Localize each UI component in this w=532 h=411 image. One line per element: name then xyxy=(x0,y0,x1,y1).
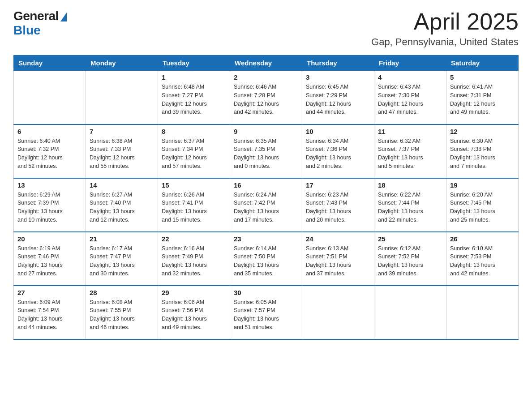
week-row: 1Sunrise: 6:48 AM Sunset: 7:27 PM Daylig… xyxy=(14,71,519,124)
header-cell-monday: Monday xyxy=(86,56,158,71)
header: General Blue April 2025 Gap, Pennsylvani… xyxy=(13,9,519,48)
week-row: 13Sunrise: 6:29 AM Sunset: 7:39 PM Dayli… xyxy=(14,178,519,232)
day-number: 14 xyxy=(90,181,154,189)
day-cell: 30Sunrise: 6:05 AM Sunset: 7:57 PM Dayli… xyxy=(230,286,302,339)
header-cell-tuesday: Tuesday xyxy=(158,56,230,71)
day-number: 6 xyxy=(17,128,82,135)
day-number: 3 xyxy=(306,73,370,81)
day-number: 24 xyxy=(306,235,370,243)
day-info: Sunrise: 6:48 AM Sunset: 7:27 PM Dayligh… xyxy=(162,83,226,116)
day-number: 10 xyxy=(306,128,370,135)
day-cell: 7Sunrise: 6:38 AM Sunset: 7:33 PM Daylig… xyxy=(86,124,158,178)
calendar-title: April 2025 xyxy=(371,9,519,34)
day-info: Sunrise: 6:23 AM Sunset: 7:43 PM Dayligh… xyxy=(306,191,370,224)
calendar-table: SundayMondayTuesdayWednesdayThursdayFrid… xyxy=(13,55,519,340)
day-info: Sunrise: 6:26 AM Sunset: 7:41 PM Dayligh… xyxy=(162,191,226,224)
calendar-subtitle: Gap, Pennsylvania, United States xyxy=(371,36,519,48)
header-cell-thursday: Thursday xyxy=(302,56,374,71)
day-info: Sunrise: 6:32 AM Sunset: 7:37 PM Dayligh… xyxy=(378,137,442,171)
day-cell: 17Sunrise: 6:23 AM Sunset: 7:43 PM Dayli… xyxy=(302,178,374,232)
day-cell: 28Sunrise: 6:08 AM Sunset: 7:55 PM Dayli… xyxy=(86,286,158,339)
logo: General Blue xyxy=(13,9,67,38)
day-number: 2 xyxy=(234,73,298,81)
day-cell: 13Sunrise: 6:29 AM Sunset: 7:39 PM Dayli… xyxy=(14,178,86,232)
day-info: Sunrise: 6:06 AM Sunset: 7:56 PM Dayligh… xyxy=(162,298,226,332)
day-info: Sunrise: 6:22 AM Sunset: 7:44 PM Dayligh… xyxy=(378,191,442,224)
day-cell: 19Sunrise: 6:20 AM Sunset: 7:45 PM Dayli… xyxy=(446,178,519,232)
day-info: Sunrise: 6:45 AM Sunset: 7:29 PM Dayligh… xyxy=(306,83,370,116)
day-cell: 22Sunrise: 6:16 AM Sunset: 7:49 PM Dayli… xyxy=(158,232,230,286)
day-info: Sunrise: 6:27 AM Sunset: 7:40 PM Dayligh… xyxy=(90,191,154,224)
day-number: 26 xyxy=(450,235,515,243)
day-number: 8 xyxy=(162,128,226,135)
day-cell: 2Sunrise: 6:46 AM Sunset: 7:28 PM Daylig… xyxy=(230,71,302,124)
day-info: Sunrise: 6:16 AM Sunset: 7:49 PM Dayligh… xyxy=(162,244,226,278)
day-cell xyxy=(302,286,374,339)
day-cell: 21Sunrise: 6:17 AM Sunset: 7:47 PM Dayli… xyxy=(86,232,158,286)
title-area: April 2025 Gap, Pennsylvania, United Sta… xyxy=(371,9,519,48)
week-row: 20Sunrise: 6:19 AM Sunset: 7:46 PM Dayli… xyxy=(14,232,519,286)
day-cell: 1Sunrise: 6:48 AM Sunset: 7:27 PM Daylig… xyxy=(158,71,230,124)
day-cell: 24Sunrise: 6:13 AM Sunset: 7:51 PM Dayli… xyxy=(302,232,374,286)
day-number: 4 xyxy=(378,73,442,81)
day-cell: 25Sunrise: 6:12 AM Sunset: 7:52 PM Dayli… xyxy=(374,232,446,286)
day-info: Sunrise: 6:24 AM Sunset: 7:42 PM Dayligh… xyxy=(234,191,298,224)
day-info: Sunrise: 6:10 AM Sunset: 7:53 PM Dayligh… xyxy=(450,244,515,278)
calendar-header: SundayMondayTuesdayWednesdayThursdayFrid… xyxy=(14,56,519,71)
day-info: Sunrise: 6:46 AM Sunset: 7:28 PM Dayligh… xyxy=(234,83,298,116)
day-info: Sunrise: 6:29 AM Sunset: 7:39 PM Dayligh… xyxy=(17,191,82,224)
header-cell-saturday: Saturday xyxy=(446,56,519,71)
day-info: Sunrise: 6:14 AM Sunset: 7:50 PM Dayligh… xyxy=(234,244,298,278)
day-info: Sunrise: 6:05 AM Sunset: 7:57 PM Dayligh… xyxy=(234,298,298,332)
day-cell: 16Sunrise: 6:24 AM Sunset: 7:42 PM Dayli… xyxy=(230,178,302,232)
day-number: 21 xyxy=(90,235,154,243)
day-cell: 20Sunrise: 6:19 AM Sunset: 7:46 PM Dayli… xyxy=(14,232,86,286)
day-number: 11 xyxy=(378,128,442,135)
day-cell: 9Sunrise: 6:35 AM Sunset: 7:35 PM Daylig… xyxy=(230,124,302,178)
day-info: Sunrise: 6:20 AM Sunset: 7:45 PM Dayligh… xyxy=(450,191,515,224)
logo-general-text: General xyxy=(13,9,59,23)
day-number: 27 xyxy=(17,289,82,296)
day-number: 30 xyxy=(234,289,298,296)
day-info: Sunrise: 6:35 AM Sunset: 7:35 PM Dayligh… xyxy=(234,137,298,171)
day-number: 29 xyxy=(162,289,226,296)
day-info: Sunrise: 6:38 AM Sunset: 7:33 PM Dayligh… xyxy=(90,137,154,171)
day-number: 19 xyxy=(450,181,515,189)
day-cell: 15Sunrise: 6:26 AM Sunset: 7:41 PM Dayli… xyxy=(158,178,230,232)
day-number: 7 xyxy=(90,128,154,135)
day-cell: 11Sunrise: 6:32 AM Sunset: 7:37 PM Dayli… xyxy=(374,124,446,178)
day-info: Sunrise: 6:37 AM Sunset: 7:34 PM Dayligh… xyxy=(162,137,226,171)
day-cell: 29Sunrise: 6:06 AM Sunset: 7:56 PM Dayli… xyxy=(158,286,230,339)
day-number: 1 xyxy=(162,73,226,81)
day-number: 5 xyxy=(450,73,515,81)
day-info: Sunrise: 6:19 AM Sunset: 7:46 PM Dayligh… xyxy=(17,244,82,278)
day-number: 13 xyxy=(17,181,82,189)
day-number: 9 xyxy=(234,128,298,135)
day-number: 28 xyxy=(90,289,154,296)
week-row: 27Sunrise: 6:09 AM Sunset: 7:54 PM Dayli… xyxy=(14,286,519,339)
header-cell-sunday: Sunday xyxy=(14,56,86,71)
day-cell: 14Sunrise: 6:27 AM Sunset: 7:40 PM Dayli… xyxy=(86,178,158,232)
day-info: Sunrise: 6:40 AM Sunset: 7:32 PM Dayligh… xyxy=(17,137,82,171)
day-number: 23 xyxy=(234,235,298,243)
day-cell xyxy=(374,286,446,339)
day-cell xyxy=(446,286,519,339)
day-number: 12 xyxy=(450,128,515,135)
day-info: Sunrise: 6:12 AM Sunset: 7:52 PM Dayligh… xyxy=(378,244,442,278)
day-info: Sunrise: 6:41 AM Sunset: 7:31 PM Dayligh… xyxy=(450,83,515,116)
day-cell: 26Sunrise: 6:10 AM Sunset: 7:53 PM Dayli… xyxy=(446,232,519,286)
day-number: 18 xyxy=(378,181,442,189)
calendar-body: 1Sunrise: 6:48 AM Sunset: 7:27 PM Daylig… xyxy=(14,71,519,339)
day-number: 15 xyxy=(162,181,226,189)
day-info: Sunrise: 6:34 AM Sunset: 7:36 PM Dayligh… xyxy=(306,137,370,171)
header-row: SundayMondayTuesdayWednesdayThursdayFrid… xyxy=(14,56,519,71)
day-cell: 18Sunrise: 6:22 AM Sunset: 7:44 PM Dayli… xyxy=(374,178,446,232)
day-info: Sunrise: 6:13 AM Sunset: 7:51 PM Dayligh… xyxy=(306,244,370,278)
header-cell-wednesday: Wednesday xyxy=(230,56,302,71)
day-number: 16 xyxy=(234,181,298,189)
logo-blue-text: Blue xyxy=(13,23,41,38)
day-info: Sunrise: 6:08 AM Sunset: 7:55 PM Dayligh… xyxy=(90,298,154,332)
day-cell: 3Sunrise: 6:45 AM Sunset: 7:29 PM Daylig… xyxy=(302,71,374,124)
day-cell: 12Sunrise: 6:30 AM Sunset: 7:38 PM Dayli… xyxy=(446,124,519,178)
day-cell: 23Sunrise: 6:14 AM Sunset: 7:50 PM Dayli… xyxy=(230,232,302,286)
